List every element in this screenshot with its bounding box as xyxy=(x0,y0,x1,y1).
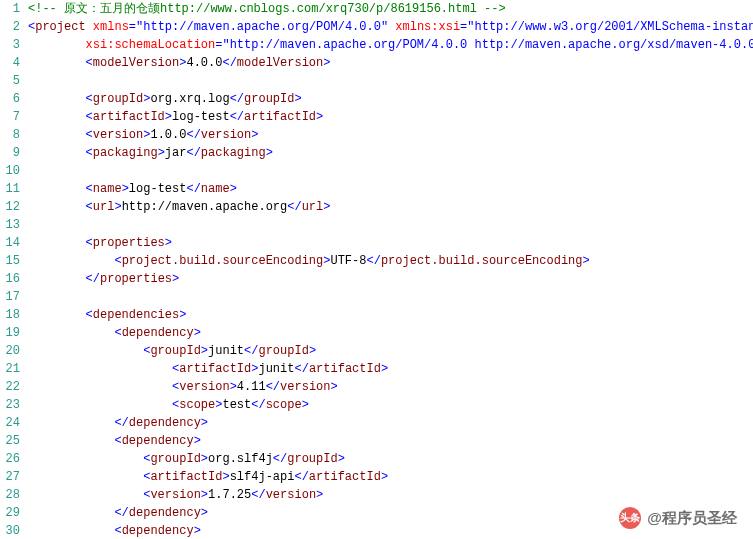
watermark: 头条 @程序员圣经 xyxy=(619,507,737,529)
line-number: 15 xyxy=(0,252,20,270)
watermark-text: @程序员圣经 xyxy=(647,509,737,527)
code-line: <groupId>org.xrq.log</groupId> xyxy=(28,90,753,108)
code-line: <groupId>junit</groupId> xyxy=(28,342,753,360)
line-number: 1 xyxy=(0,0,20,18)
code-line: <project.build.sourceEncoding>UTF-8</pro… xyxy=(28,252,753,270)
line-number: 23 xyxy=(0,396,20,414)
line-number: 29 xyxy=(0,504,20,522)
code-line: <version>1.0.0</version> xyxy=(28,126,753,144)
code-line: <packaging>jar</packaging> xyxy=(28,144,753,162)
line-number: 19 xyxy=(0,324,20,342)
line-number: 17 xyxy=(0,288,20,306)
line-number: 13 xyxy=(0,216,20,234)
line-number: 20 xyxy=(0,342,20,360)
code-line: </dependency> xyxy=(28,414,753,432)
line-number: 21 xyxy=(0,360,20,378)
code-line: xsi:schemaLocation="http://maven.apache.… xyxy=(28,36,753,54)
line-number: 24 xyxy=(0,414,20,432)
code-line: </properties> xyxy=(28,270,753,288)
code-block: 1234567891011121314151617181920212223242… xyxy=(0,0,753,539)
line-number: 6 xyxy=(0,90,20,108)
code-line: <artifactId>junit</artifactId> xyxy=(28,360,753,378)
line-number-gutter: 1234567891011121314151617181920212223242… xyxy=(0,0,24,539)
line-number: 28 xyxy=(0,486,20,504)
code-line: <dependency> xyxy=(28,324,753,342)
code-line: <name>log-test</name> xyxy=(28,180,753,198)
code-line: <artifactId>log-test</artifactId> xyxy=(28,108,753,126)
code-line: <properties> xyxy=(28,234,753,252)
line-number: 22 xyxy=(0,378,20,396)
code-line: <artifactId>slf4j-api</artifactId> xyxy=(28,468,753,486)
line-number: 5 xyxy=(0,72,20,90)
code-content: <!-- 原文：五月的仓颉http://www.cnblogs.com/xrq7… xyxy=(24,0,753,539)
line-number: 11 xyxy=(0,180,20,198)
code-line: <dependencies> xyxy=(28,306,753,324)
code-line: <version>4.11</version> xyxy=(28,378,753,396)
line-number: 14 xyxy=(0,234,20,252)
watermark-icon: 头条 xyxy=(619,507,641,529)
code-line xyxy=(28,288,753,306)
line-number: 16 xyxy=(0,270,20,288)
code-line: <version>1.7.25</version> xyxy=(28,486,753,504)
code-line: <project xmlns="http://maven.apache.org/… xyxy=(28,18,753,36)
code-line xyxy=(28,162,753,180)
code-line xyxy=(28,72,753,90)
code-line: <dependency> xyxy=(28,432,753,450)
code-line: <!-- 原文：五月的仓颉http://www.cnblogs.com/xrq7… xyxy=(28,0,753,18)
line-number: 26 xyxy=(0,450,20,468)
line-number: 30 xyxy=(0,522,20,539)
line-number: 10 xyxy=(0,162,20,180)
line-number: 27 xyxy=(0,468,20,486)
line-number: 3 xyxy=(0,36,20,54)
line-number: 9 xyxy=(0,144,20,162)
line-number: 7 xyxy=(0,108,20,126)
line-number: 12 xyxy=(0,198,20,216)
code-line: <scope>test</scope> xyxy=(28,396,753,414)
code-line: <modelVersion>4.0.0</modelVersion> xyxy=(28,54,753,72)
code-line xyxy=(28,216,753,234)
line-number: 18 xyxy=(0,306,20,324)
line-number: 8 xyxy=(0,126,20,144)
line-number: 2 xyxy=(0,18,20,36)
code-line: <groupId>org.slf4j</groupId> xyxy=(28,450,753,468)
line-number: 25 xyxy=(0,432,20,450)
line-number: 4 xyxy=(0,54,20,72)
code-line: <url>http://maven.apache.org</url> xyxy=(28,198,753,216)
